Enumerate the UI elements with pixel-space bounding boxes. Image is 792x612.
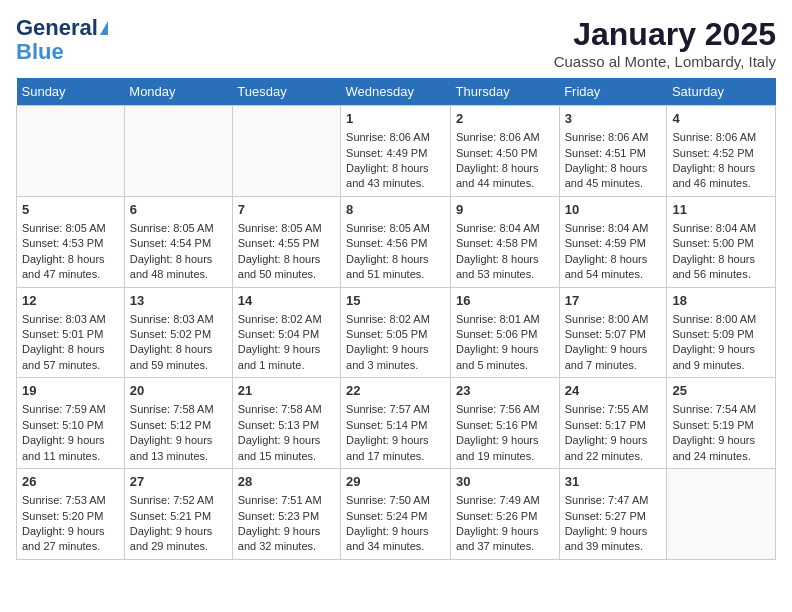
calendar-cell: 8Sunrise: 8:05 AMSunset: 4:56 PMDaylight…	[341, 196, 451, 287]
day-number: 11	[672, 201, 770, 219]
day-info: Sunset: 5:17 PM	[565, 418, 662, 433]
day-number: 16	[456, 292, 554, 310]
day-info: Sunset: 5:27 PM	[565, 509, 662, 524]
header-row: SundayMondayTuesdayWednesdayThursdayFrid…	[17, 78, 776, 106]
calendar-cell: 6Sunrise: 8:05 AMSunset: 4:54 PMDaylight…	[124, 196, 232, 287]
page-header: General Blue January 2025 Cuasso al Mont…	[16, 16, 776, 70]
calendar-cell: 11Sunrise: 8:04 AMSunset: 5:00 PMDayligh…	[667, 196, 776, 287]
day-header-monday: Monday	[124, 78, 232, 106]
day-info: Sunrise: 8:03 AM	[22, 312, 119, 327]
day-info: Sunset: 5:21 PM	[130, 509, 227, 524]
calendar-cell: 7Sunrise: 8:05 AMSunset: 4:55 PMDaylight…	[232, 196, 340, 287]
day-info: Sunset: 4:54 PM	[130, 236, 227, 251]
day-info: Daylight: 9 hours and 34 minutes.	[346, 524, 445, 555]
day-info: Sunset: 5:24 PM	[346, 509, 445, 524]
calendar-cell: 5Sunrise: 8:05 AMSunset: 4:53 PMDaylight…	[17, 196, 125, 287]
day-number: 10	[565, 201, 662, 219]
calendar-cell: 16Sunrise: 8:01 AMSunset: 5:06 PMDayligh…	[450, 287, 559, 378]
day-header-tuesday: Tuesday	[232, 78, 340, 106]
day-header-friday: Friday	[559, 78, 667, 106]
day-info: Daylight: 9 hours and 37 minutes.	[456, 524, 554, 555]
week-row-2: 5Sunrise: 8:05 AMSunset: 4:53 PMDaylight…	[17, 196, 776, 287]
day-info: Daylight: 9 hours and 32 minutes.	[238, 524, 335, 555]
calendar-cell: 4Sunrise: 8:06 AMSunset: 4:52 PMDaylight…	[667, 106, 776, 197]
calendar-cell: 27Sunrise: 7:52 AMSunset: 5:21 PMDayligh…	[124, 469, 232, 560]
day-info: Sunrise: 8:05 AM	[346, 221, 445, 236]
day-info: Sunset: 4:53 PM	[22, 236, 119, 251]
day-info: Sunrise: 8:02 AM	[346, 312, 445, 327]
day-info: Daylight: 8 hours and 46 minutes.	[672, 161, 770, 192]
day-info: Daylight: 8 hours and 43 minutes.	[346, 161, 445, 192]
day-number: 12	[22, 292, 119, 310]
day-info: Sunset: 5:26 PM	[456, 509, 554, 524]
day-number: 21	[238, 382, 335, 400]
day-info: Sunrise: 7:55 AM	[565, 402, 662, 417]
calendar-cell: 10Sunrise: 8:04 AMSunset: 4:59 PMDayligh…	[559, 196, 667, 287]
day-info: Sunset: 4:52 PM	[672, 146, 770, 161]
day-header-thursday: Thursday	[450, 78, 559, 106]
calendar-cell	[124, 106, 232, 197]
day-number: 25	[672, 382, 770, 400]
day-header-saturday: Saturday	[667, 78, 776, 106]
day-info: Daylight: 9 hours and 13 minutes.	[130, 433, 227, 464]
day-number: 20	[130, 382, 227, 400]
logo-text-blue: Blue	[16, 40, 64, 64]
logo-icon	[100, 21, 108, 35]
day-info: Sunrise: 7:58 AM	[238, 402, 335, 417]
day-number: 22	[346, 382, 445, 400]
day-number: 3	[565, 110, 662, 128]
day-number: 15	[346, 292, 445, 310]
calendar-cell: 3Sunrise: 8:06 AMSunset: 4:51 PMDaylight…	[559, 106, 667, 197]
day-header-sunday: Sunday	[17, 78, 125, 106]
day-info: Daylight: 9 hours and 29 minutes.	[130, 524, 227, 555]
calendar-cell: 28Sunrise: 7:51 AMSunset: 5:23 PMDayligh…	[232, 469, 340, 560]
calendar-cell: 31Sunrise: 7:47 AMSunset: 5:27 PMDayligh…	[559, 469, 667, 560]
calendar-cell: 24Sunrise: 7:55 AMSunset: 5:17 PMDayligh…	[559, 378, 667, 469]
day-number: 1	[346, 110, 445, 128]
day-info: Sunrise: 8:05 AM	[238, 221, 335, 236]
day-info: Daylight: 8 hours and 51 minutes.	[346, 252, 445, 283]
day-info: Sunrise: 8:03 AM	[130, 312, 227, 327]
day-info: Sunrise: 7:47 AM	[565, 493, 662, 508]
month-title: January 2025	[554, 16, 776, 53]
day-number: 7	[238, 201, 335, 219]
day-info: Sunrise: 7:54 AM	[672, 402, 770, 417]
day-info: Sunrise: 8:06 AM	[565, 130, 662, 145]
calendar-cell: 29Sunrise: 7:50 AMSunset: 5:24 PMDayligh…	[341, 469, 451, 560]
day-info: Daylight: 8 hours and 54 minutes.	[565, 252, 662, 283]
day-info: Sunset: 5:05 PM	[346, 327, 445, 342]
day-info: Daylight: 9 hours and 7 minutes.	[565, 342, 662, 373]
day-info: Daylight: 9 hours and 24 minutes.	[672, 433, 770, 464]
title-section: January 2025 Cuasso al Monte, Lombardy, …	[554, 16, 776, 70]
calendar-cell: 12Sunrise: 8:03 AMSunset: 5:01 PMDayligh…	[17, 287, 125, 378]
week-row-5: 26Sunrise: 7:53 AMSunset: 5:20 PMDayligh…	[17, 469, 776, 560]
day-info: Sunrise: 7:53 AM	[22, 493, 119, 508]
day-info: Sunset: 4:56 PM	[346, 236, 445, 251]
day-info: Sunset: 5:02 PM	[130, 327, 227, 342]
day-info: Sunset: 4:55 PM	[238, 236, 335, 251]
day-info: Sunset: 5:09 PM	[672, 327, 770, 342]
calendar-cell: 9Sunrise: 8:04 AMSunset: 4:58 PMDaylight…	[450, 196, 559, 287]
day-number: 17	[565, 292, 662, 310]
calendar-cell: 22Sunrise: 7:57 AMSunset: 5:14 PMDayligh…	[341, 378, 451, 469]
calendar-cell	[232, 106, 340, 197]
week-row-1: 1Sunrise: 8:06 AMSunset: 4:49 PMDaylight…	[17, 106, 776, 197]
day-info: Sunrise: 8:06 AM	[346, 130, 445, 145]
day-number: 19	[22, 382, 119, 400]
day-info: Sunrise: 8:05 AM	[22, 221, 119, 236]
day-info: Sunrise: 7:56 AM	[456, 402, 554, 417]
day-number: 14	[238, 292, 335, 310]
day-info: Daylight: 9 hours and 17 minutes.	[346, 433, 445, 464]
day-number: 23	[456, 382, 554, 400]
day-info: Sunrise: 8:04 AM	[565, 221, 662, 236]
day-info: Daylight: 9 hours and 15 minutes.	[238, 433, 335, 464]
day-info: Daylight: 9 hours and 27 minutes.	[22, 524, 119, 555]
day-info: Daylight: 8 hours and 57 minutes.	[22, 342, 119, 373]
day-info: Sunrise: 8:05 AM	[130, 221, 227, 236]
day-info: Sunrise: 8:06 AM	[672, 130, 770, 145]
day-info: Daylight: 8 hours and 56 minutes.	[672, 252, 770, 283]
day-info: Sunrise: 8:04 AM	[672, 221, 770, 236]
calendar-cell: 1Sunrise: 8:06 AMSunset: 4:49 PMDaylight…	[341, 106, 451, 197]
day-info: Sunset: 5:12 PM	[130, 418, 227, 433]
day-number: 31	[565, 473, 662, 491]
